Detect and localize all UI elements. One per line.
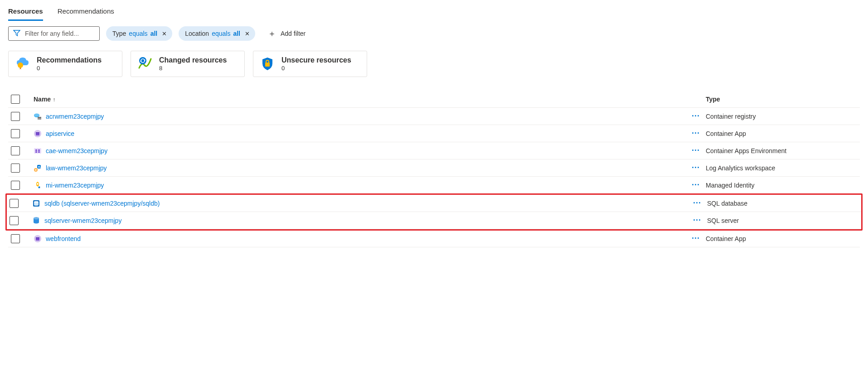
tab-recommendations[interactable]: Recommendations bbox=[58, 5, 114, 21]
filter-bar: Type equals all ✕ Location equals all ✕ … bbox=[8, 26, 860, 41]
resource-link[interactable]: law-wmem23cepmjpy bbox=[46, 164, 107, 172]
resource-link[interactable]: mi-wmem23cepmjpy bbox=[46, 182, 104, 189]
plus-icon: ＋ bbox=[268, 29, 276, 38]
svg-rect-3 bbox=[265, 63, 270, 67]
col-name-label: Name bbox=[34, 96, 51, 103]
pill-val: all bbox=[233, 30, 240, 37]
svg-rect-12 bbox=[35, 149, 37, 151]
table-row: sqldb (sqlserver-wmem23cepmjpy/sqldb) ··… bbox=[7, 195, 861, 212]
highlight-box: sqldb (sqlserver-wmem23cepmjpy/sqldb) ··… bbox=[5, 193, 863, 231]
capp-icon bbox=[34, 130, 42, 138]
card-title: Changed resources bbox=[159, 56, 227, 64]
filter-pill-type[interactable]: Type equals all ✕ bbox=[106, 26, 172, 41]
svg-marker-0 bbox=[14, 30, 20, 36]
table-row: acrwmem23cepmjpy ··· Container registry bbox=[8, 108, 860, 125]
card-title: Unsecure resources bbox=[281, 56, 351, 64]
svg-rect-11 bbox=[34, 148, 41, 154]
summary-cards: Recommendations 0 Changed resources 8 bbox=[8, 51, 860, 77]
resource-type: Container App bbox=[706, 130, 860, 137]
tab-bar: Resources Recommendations bbox=[8, 5, 860, 21]
svg-point-21 bbox=[35, 169, 37, 170]
resource-type: Container registry bbox=[706, 113, 860, 120]
svg-rect-17 bbox=[38, 166, 39, 168]
resource-type: Managed Identity bbox=[706, 182, 860, 189]
svg-rect-14 bbox=[35, 151, 37, 153]
resource-link[interactable]: webfrontend bbox=[46, 235, 81, 242]
pill-field: Type bbox=[112, 30, 126, 37]
resource-link[interactable]: acrwmem23cepmjpy bbox=[46, 113, 104, 120]
filter-input-wrap[interactable] bbox=[8, 26, 100, 41]
resource-link[interactable]: cae-wmem23cepmjpy bbox=[46, 147, 107, 154]
row-checkbox[interactable] bbox=[11, 181, 20, 190]
svg-point-27 bbox=[34, 217, 39, 219]
card-count: 8 bbox=[159, 65, 227, 72]
more-icon[interactable]: ··· bbox=[686, 234, 706, 243]
svg-rect-13 bbox=[38, 149, 40, 151]
acr-icon bbox=[34, 112, 42, 120]
svg-rect-10 bbox=[36, 132, 39, 133]
changed-icon bbox=[137, 56, 153, 72]
row-checkbox[interactable] bbox=[11, 234, 20, 243]
close-icon[interactable]: ✕ bbox=[162, 30, 167, 37]
resource-type: SQL database bbox=[707, 200, 861, 207]
card-unsecure[interactable]: Unsecure resources 0 bbox=[253, 51, 367, 77]
resources-table: Name↑ Type acrwmem23cepmjpy ··· Containe… bbox=[8, 91, 860, 247]
table-row: webfrontend ··· Container App bbox=[8, 230, 860, 247]
resource-type: Log Analytics workspace bbox=[706, 164, 860, 172]
table-row: mi-wmem23cepmjpy ··· Managed Identity bbox=[8, 177, 860, 194]
sort-asc-icon: ↑ bbox=[53, 96, 55, 103]
resource-type: SQL server bbox=[707, 217, 861, 224]
svg-rect-19 bbox=[40, 167, 40, 168]
svg-point-5 bbox=[34, 113, 39, 116]
col-type[interactable]: Type bbox=[706, 96, 860, 103]
svg-rect-18 bbox=[39, 166, 39, 168]
more-icon[interactable]: ··· bbox=[687, 216, 707, 225]
more-icon[interactable]: ··· bbox=[686, 163, 706, 173]
table-row: cae-wmem23cepmjpy ··· Container Apps Env… bbox=[8, 142, 860, 159]
pill-op: equals bbox=[212, 30, 230, 37]
resource-link[interactable]: sqldb (sqlserver-wmem23cepmjpy/sqldb) bbox=[44, 200, 160, 207]
row-checkbox[interactable] bbox=[11, 146, 20, 155]
close-icon[interactable]: ✕ bbox=[245, 30, 250, 37]
tab-resources[interactable]: Resources bbox=[8, 5, 43, 21]
add-filter-label: Add filter bbox=[281, 30, 305, 37]
pill-field: Location bbox=[185, 30, 209, 37]
row-checkbox[interactable] bbox=[11, 129, 20, 138]
resource-type: Container Apps Environment bbox=[706, 147, 860, 154]
svg-rect-15 bbox=[38, 151, 40, 153]
card-count: 0 bbox=[37, 65, 102, 72]
svg-point-25 bbox=[34, 201, 39, 203]
more-icon[interactable]: ··· bbox=[686, 146, 706, 155]
row-checkbox[interactable] bbox=[10, 199, 19, 208]
add-filter-button[interactable]: ＋ Add filter bbox=[262, 26, 312, 41]
resource-link[interactable]: apiservice bbox=[46, 130, 74, 137]
pill-op: equals bbox=[129, 30, 147, 37]
svg-point-2 bbox=[139, 57, 146, 64]
resource-link[interactable]: sqlserver-wmem23cepmjpy bbox=[44, 217, 121, 224]
select-all-checkbox[interactable] bbox=[11, 95, 20, 104]
row-checkbox[interactable] bbox=[11, 112, 20, 121]
row-checkbox[interactable] bbox=[11, 164, 20, 173]
svg-rect-7 bbox=[38, 117, 41, 118]
capp-icon bbox=[34, 235, 42, 243]
row-checkbox[interactable] bbox=[10, 216, 19, 225]
card-title: Recommendations bbox=[37, 56, 102, 64]
funnel-icon bbox=[13, 29, 20, 38]
more-icon[interactable]: ··· bbox=[687, 198, 707, 208]
svg-rect-30 bbox=[36, 237, 39, 238]
more-icon[interactable]: ··· bbox=[686, 129, 706, 138]
col-name[interactable]: Name↑ bbox=[34, 96, 686, 103]
card-changed[interactable]: Changed resources 8 bbox=[131, 51, 245, 77]
filter-input[interactable] bbox=[25, 30, 95, 37]
card-recommendations[interactable]: Recommendations 0 bbox=[8, 51, 122, 77]
filter-pill-location[interactable]: Location equals all ✕ bbox=[179, 26, 255, 41]
recommend-icon bbox=[15, 56, 30, 72]
table-row: law-wmem23cepmjpy ··· Log Analytics work… bbox=[8, 159, 860, 177]
mi-icon bbox=[34, 181, 42, 189]
table-header: Name↑ Type bbox=[8, 91, 860, 108]
more-icon[interactable]: ··· bbox=[686, 180, 706, 190]
sqldb-icon bbox=[32, 199, 40, 207]
more-icon[interactable]: ··· bbox=[686, 111, 706, 121]
svg-point-22 bbox=[37, 183, 39, 185]
table-row: apiservice ··· Container App bbox=[8, 125, 860, 142]
